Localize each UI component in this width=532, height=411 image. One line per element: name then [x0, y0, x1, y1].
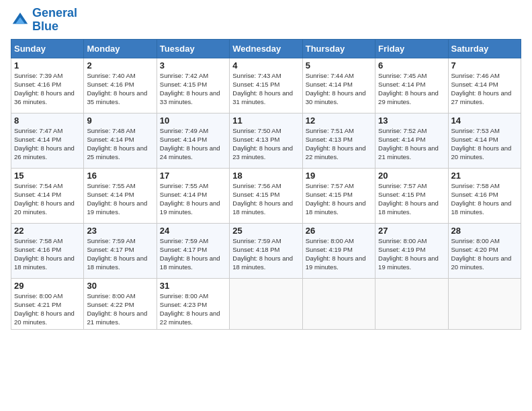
day-number: 3: [160, 60, 226, 71]
day-number: 12: [306, 116, 372, 126]
calendar-cell: 2Sunrise: 7:40 AMSunset: 4:16 PMDaylight…: [84, 58, 157, 113]
weekday-header-tuesday: Tuesday: [157, 39, 229, 58]
day-info: Sunrise: 7:44 AMSunset: 4:14 PMDaylight:…: [306, 71, 372, 107]
day-info: Sunrise: 7:39 AMSunset: 4:16 PMDaylight:…: [14, 71, 81, 107]
weekday-header-row: SundayMondayTuesdayWednesdayThursdayFrid…: [11, 39, 521, 58]
calendar-cell: 12Sunrise: 7:51 AMSunset: 4:13 PMDayligh…: [302, 113, 375, 168]
weekday-header-monday: Monday: [84, 39, 157, 58]
day-number: 16: [87, 171, 153, 181]
day-info: Sunrise: 7:51 AMSunset: 4:13 PMDaylight:…: [306, 126, 372, 162]
calendar-cell: [375, 278, 448, 329]
day-number: 17: [160, 171, 226, 181]
calendar-cell: 14Sunrise: 7:53 AMSunset: 4:14 PMDayligh…: [448, 113, 521, 168]
day-number: 23: [87, 226, 153, 236]
logo-icon: [11, 11, 30, 30]
day-number: 27: [378, 226, 445, 236]
day-info: Sunrise: 7:54 AMSunset: 4:14 PMDaylight:…: [14, 181, 81, 217]
day-number: 30: [87, 281, 153, 291]
day-info: Sunrise: 7:57 AMSunset: 4:15 PMDaylight:…: [378, 181, 445, 217]
weekday-header-wednesday: Wednesday: [230, 39, 302, 58]
day-number: 13: [378, 116, 445, 126]
calendar-cell: 8Sunrise: 7:47 AMSunset: 4:14 PMDaylight…: [11, 113, 84, 168]
day-number: 8: [14, 116, 81, 126]
calendar-cell: [302, 278, 375, 329]
day-info: Sunrise: 7:59 AMSunset: 4:17 PMDaylight:…: [87, 236, 153, 272]
weekday-header-thursday: Thursday: [302, 39, 375, 58]
day-number: 11: [232, 116, 299, 126]
calendar-cell: 15Sunrise: 7:54 AMSunset: 4:14 PMDayligh…: [11, 168, 84, 223]
calendar-cell: 7Sunrise: 7:46 AMSunset: 4:14 PMDaylight…: [448, 58, 521, 113]
day-number: 7: [451, 60, 518, 71]
day-number: 28: [451, 226, 518, 236]
logo: General Blue: [11, 7, 77, 34]
calendar-week-2: 8Sunrise: 7:47 AMSunset: 4:14 PMDaylight…: [11, 113, 521, 168]
calendar-table: SundayMondayTuesdayWednesdayThursdayFrid…: [11, 39, 521, 330]
calendar-cell: 3Sunrise: 7:42 AMSunset: 4:15 PMDaylight…: [157, 58, 229, 113]
calendar-week-3: 15Sunrise: 7:54 AMSunset: 4:14 PMDayligh…: [11, 168, 521, 223]
calendar-cell: 24Sunrise: 7:59 AMSunset: 4:17 PMDayligh…: [157, 223, 229, 278]
calendar-cell: 20Sunrise: 7:57 AMSunset: 4:15 PMDayligh…: [375, 168, 448, 223]
day-number: 10: [160, 116, 226, 126]
calendar-cell: 18Sunrise: 7:56 AMSunset: 4:15 PMDayligh…: [230, 168, 302, 223]
weekday-header-sunday: Sunday: [11, 39, 84, 58]
day-info: Sunrise: 8:00 AMSunset: 4:20 PMDaylight:…: [451, 236, 518, 272]
day-number: 4: [232, 60, 299, 71]
day-number: 25: [232, 226, 299, 236]
calendar-cell: 1Sunrise: 7:39 AMSunset: 4:16 PMDaylight…: [11, 58, 84, 113]
day-number: 22: [14, 226, 81, 236]
day-info: Sunrise: 8:00 AMSunset: 4:19 PMDaylight:…: [306, 236, 372, 272]
calendar-cell: 25Sunrise: 7:59 AMSunset: 4:18 PMDayligh…: [230, 223, 302, 278]
day-number: 31: [160, 281, 226, 291]
calendar-cell: 30Sunrise: 8:00 AMSunset: 4:22 PMDayligh…: [84, 278, 157, 329]
calendar-cell: 23Sunrise: 7:59 AMSunset: 4:17 PMDayligh…: [84, 223, 157, 278]
day-info: Sunrise: 7:42 AMSunset: 4:15 PMDaylight:…: [160, 71, 226, 107]
day-info: Sunrise: 7:49 AMSunset: 4:14 PMDaylight:…: [160, 126, 226, 162]
calendar-cell: 28Sunrise: 8:00 AMSunset: 4:20 PMDayligh…: [448, 223, 521, 278]
calendar-cell: 11Sunrise: 7:50 AMSunset: 4:13 PMDayligh…: [230, 113, 302, 168]
calendar-cell: 16Sunrise: 7:55 AMSunset: 4:14 PMDayligh…: [84, 168, 157, 223]
day-info: Sunrise: 7:52 AMSunset: 4:14 PMDaylight:…: [378, 126, 445, 162]
day-number: 21: [451, 171, 518, 181]
day-number: 18: [232, 171, 299, 181]
day-info: Sunrise: 7:45 AMSunset: 4:14 PMDaylight:…: [378, 71, 445, 107]
weekday-header-friday: Friday: [375, 39, 448, 58]
calendar-cell: 9Sunrise: 7:48 AMSunset: 4:14 PMDaylight…: [84, 113, 157, 168]
logo-text: General Blue: [32, 7, 77, 34]
day-info: Sunrise: 7:58 AMSunset: 4:16 PMDaylight:…: [14, 236, 81, 272]
day-info: Sunrise: 8:00 AMSunset: 4:23 PMDaylight:…: [160, 291, 226, 327]
day-info: Sunrise: 7:55 AMSunset: 4:14 PMDaylight:…: [160, 181, 226, 217]
calendar-cell: 31Sunrise: 8:00 AMSunset: 4:23 PMDayligh…: [157, 278, 229, 329]
day-info: Sunrise: 7:59 AMSunset: 4:18 PMDaylight:…: [232, 236, 299, 272]
calendar-cell: 13Sunrise: 7:52 AMSunset: 4:14 PMDayligh…: [375, 113, 448, 168]
day-info: Sunrise: 7:59 AMSunset: 4:17 PMDaylight:…: [160, 236, 226, 272]
calendar-cell: 4Sunrise: 7:43 AMSunset: 4:15 PMDaylight…: [230, 58, 302, 113]
calendar-cell: [448, 278, 521, 329]
day-info: Sunrise: 7:48 AMSunset: 4:14 PMDaylight:…: [87, 126, 153, 162]
day-number: 5: [306, 60, 372, 71]
calendar-cell: [230, 278, 302, 329]
day-info: Sunrise: 8:00 AMSunset: 4:19 PMDaylight:…: [378, 236, 445, 272]
day-info: Sunrise: 7:58 AMSunset: 4:16 PMDaylight:…: [451, 181, 518, 217]
day-number: 2: [87, 60, 153, 71]
day-info: Sunrise: 7:43 AMSunset: 4:15 PMDaylight:…: [232, 71, 299, 107]
calendar-cell: 17Sunrise: 7:55 AMSunset: 4:14 PMDayligh…: [157, 168, 229, 223]
day-number: 9: [87, 116, 153, 126]
day-number: 24: [160, 226, 226, 236]
day-number: 29: [14, 281, 81, 291]
day-number: 14: [451, 116, 518, 126]
day-number: 15: [14, 171, 81, 181]
day-info: Sunrise: 7:50 AMSunset: 4:13 PMDaylight:…: [232, 126, 299, 162]
day-number: 6: [378, 60, 445, 71]
calendar-week-4: 22Sunrise: 7:58 AMSunset: 4:16 PMDayligh…: [11, 223, 521, 278]
day-number: 1: [14, 60, 81, 71]
calendar-cell: 5Sunrise: 7:44 AMSunset: 4:14 PMDaylight…: [302, 58, 375, 113]
calendar-cell: 27Sunrise: 8:00 AMSunset: 4:19 PMDayligh…: [375, 223, 448, 278]
day-info: Sunrise: 8:00 AMSunset: 4:22 PMDaylight:…: [87, 291, 153, 327]
calendar-cell: 26Sunrise: 8:00 AMSunset: 4:19 PMDayligh…: [302, 223, 375, 278]
day-info: Sunrise: 7:47 AMSunset: 4:14 PMDaylight:…: [14, 126, 81, 162]
calendar-cell: 19Sunrise: 7:57 AMSunset: 4:15 PMDayligh…: [302, 168, 375, 223]
day-number: 20: [378, 171, 445, 181]
header: General Blue: [11, 7, 521, 34]
calendar-cell: 22Sunrise: 7:58 AMSunset: 4:16 PMDayligh…: [11, 223, 84, 278]
day-number: 19: [306, 171, 372, 181]
